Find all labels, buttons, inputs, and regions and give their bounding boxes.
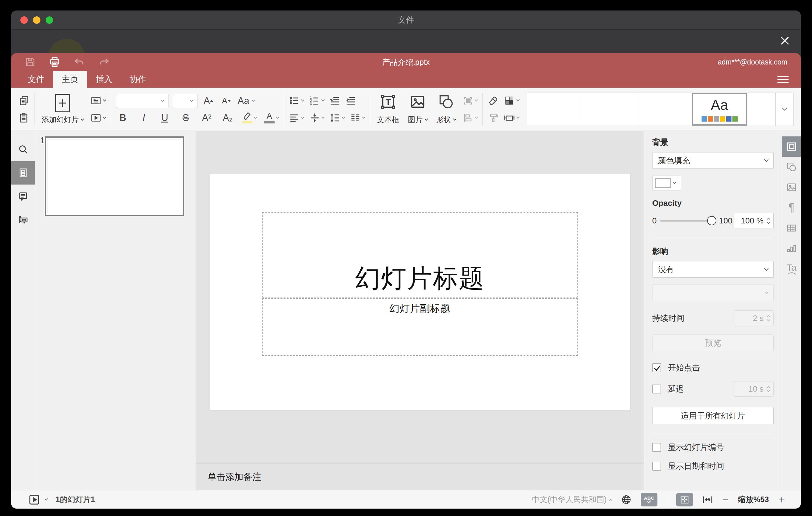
subscript-button[interactable]: A₂ [221, 112, 234, 123]
effect-select[interactable]: 没有 [652, 261, 774, 278]
document-language-icon[interactable] [621, 494, 632, 505]
spellcheck-label: ABC [644, 496, 654, 500]
slide-canvas[interactable]: 幻灯片标题 幻灯片副标题 [196, 131, 644, 463]
sidebar-item-chat[interactable] [11, 208, 35, 231]
eraser-icon[interactable] [488, 94, 499, 107]
zoom-in-button[interactable]: + [778, 494, 784, 505]
numbering-button[interactable]: 123 [310, 94, 324, 107]
decrease-indent-button[interactable] [330, 94, 340, 107]
tab-insert[interactable]: 插入 [87, 71, 121, 88]
opacity-slider[interactable] [660, 220, 712, 222]
insert-shape-button[interactable]: 形状 [434, 93, 458, 125]
opacity-value: 100 % [741, 216, 763, 226]
bold-button[interactable]: B [116, 112, 129, 123]
underline-button[interactable]: U [158, 112, 172, 123]
highlight-color-button[interactable] [242, 111, 257, 125]
add-slide-label: 添加幻灯片 [42, 115, 79, 125]
theme-thumbnail[interactable] [582, 93, 637, 125]
show-date-time-checkbox[interactable] [652, 462, 661, 470]
tab-home[interactable]: 主页 [53, 71, 87, 88]
zoom-out-button[interactable]: − [723, 494, 729, 505]
image-settings-tab[interactable] [782, 177, 801, 198]
strikeout-button[interactable]: S [179, 112, 193, 123]
theme-colors-button[interactable] [504, 94, 519, 107]
increase-font-button[interactable]: A [202, 95, 215, 107]
save-icon[interactable] [25, 56, 36, 67]
print-icon[interactable] [49, 56, 60, 68]
textart-settings-tab[interactable]: Ta [782, 259, 801, 279]
font-name-select[interactable] [116, 94, 169, 108]
sidebar-item-comments[interactable] [11, 184, 35, 208]
theme-color-swatches [701, 116, 738, 122]
shape-settings-tab[interactable] [782, 157, 801, 177]
undo-icon[interactable] [74, 56, 85, 68]
slide-size-button[interactable] [504, 111, 519, 125]
fill-color-button[interactable] [652, 176, 681, 191]
title-placeholder[interactable]: 幻灯片标题 [262, 212, 578, 297]
decrease-font-button[interactable]: A [220, 96, 233, 106]
bullets-button[interactable] [289, 94, 304, 107]
fit-to-width-button[interactable] [702, 494, 713, 505]
add-slide-button[interactable]: 添加幻灯片 [40, 93, 85, 125]
text-box-button[interactable]: T 文本框 [375, 93, 401, 125]
fill-type-select[interactable]: 颜色填充 [652, 152, 774, 169]
start-preview-button[interactable] [28, 494, 40, 506]
delay-row: 延迟 10 s [652, 381, 774, 397]
fit-to-slide-button[interactable] [676, 493, 693, 507]
change-layout-button[interactable] [90, 94, 106, 107]
slide-settings-tab[interactable] [782, 136, 801, 157]
font-size-select[interactable] [173, 94, 198, 108]
theme-thumbnail[interactable] [637, 93, 692, 125]
paste-icon[interactable] [19, 111, 30, 125]
theme-gallery-expand-button[interactable] [775, 93, 793, 125]
slide[interactable]: 幻灯片标题 幻灯片副标题 [210, 174, 630, 410]
align-shape-button[interactable] [463, 111, 477, 125]
notes-area[interactable]: 单击添加备注 [196, 463, 644, 490]
paragraph-settings-tab[interactable]: ¶ [782, 198, 801, 218]
paint-roller-icon[interactable] [488, 111, 499, 125]
show-slide-number-checkbox[interactable] [652, 443, 661, 452]
theme-thumbnail-selected[interactable]: Aa [692, 93, 747, 125]
fill-type-value: 颜色填充 [658, 155, 690, 166]
theme-thumbnail[interactable] [527, 93, 582, 125]
columns-button[interactable] [350, 111, 365, 125]
spinner-down-icon[interactable] [767, 220, 770, 224]
table-settings-tab[interactable] [782, 218, 801, 238]
language-selector[interactable]: 中文(中华人民共和国) [532, 494, 612, 505]
start-slideshow-button[interactable] [90, 111, 106, 125]
opacity-spinner[interactable]: 100 % [734, 213, 774, 228]
theme-thumbnail[interactable] [747, 93, 775, 125]
menu-icon[interactable] [773, 74, 793, 85]
opacity-slider-knob[interactable] [707, 216, 716, 225]
duration-row: 持续时间 2 s [652, 311, 774, 326]
font-color-button[interactable]: A [264, 111, 279, 125]
sidebar-item-slides[interactable] [11, 161, 35, 184]
apply-to-all-button[interactable]: 适用于所有幻灯片 [652, 407, 774, 424]
slide-actions-group [90, 94, 106, 125]
insert-image-button[interactable]: 图片 [406, 93, 430, 125]
italic-button[interactable]: I [137, 112, 150, 123]
tab-file[interactable]: 文件 [19, 71, 53, 88]
superscript-button[interactable]: A² [200, 112, 213, 123]
change-case-button[interactable]: Aa [237, 95, 255, 107]
horizontal-align-button[interactable] [289, 111, 304, 125]
increase-indent-button[interactable] [346, 94, 356, 107]
vertical-align-button[interactable] [310, 111, 324, 125]
subtitle-placeholder[interactable]: 幻灯片副标题 [262, 298, 578, 356]
spellcheck-button[interactable]: ABC [641, 493, 658, 507]
delay-checkbox[interactable] [652, 384, 661, 394]
arrange-shape-button[interactable] [463, 94, 477, 107]
status-separator [667, 493, 667, 506]
sidebar-item-search[interactable] [11, 138, 35, 161]
redo-icon[interactable] [98, 56, 110, 68]
start-on-click-checkbox[interactable] [652, 363, 661, 372]
copy-icon[interactable] [19, 94, 30, 107]
line-spacing-button[interactable] [330, 111, 345, 125]
chevron-down-icon[interactable] [45, 497, 48, 500]
window-title: 文件 [11, 15, 801, 25]
tab-collaboration[interactable]: 协作 [121, 71, 155, 88]
close-icon[interactable] [778, 33, 792, 48]
font-color-swatch [264, 121, 274, 123]
slide-thumbnail[interactable] [45, 136, 184, 216]
chart-settings-tab[interactable] [782, 238, 801, 259]
